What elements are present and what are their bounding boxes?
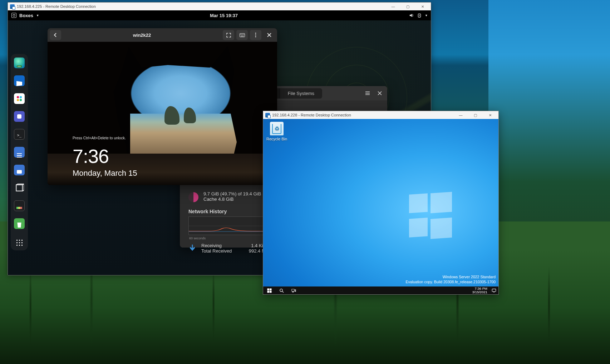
lock-date: Monday, March 15 <box>73 169 137 178</box>
close-button[interactable] <box>264 30 275 40</box>
chevron-down-icon[interactable]: ▾ <box>425 14 427 17</box>
total-received-label: Total Received <box>201 248 232 254</box>
svg-point-5 <box>241 34 242 35</box>
svg-rect-19 <box>292 291 294 292</box>
svg-rect-20 <box>492 289 496 291</box>
system-tray[interactable]: 7:36 PM 3/15/2021 <box>471 287 498 294</box>
dock-outlook[interactable] <box>14 75 25 86</box>
dock-trash[interactable] <box>14 218 25 229</box>
start-button[interactable] <box>263 286 275 294</box>
svg-rect-18 <box>295 291 295 291</box>
memory-cache-text: Cache 4.8 GiB <box>203 196 261 202</box>
boxes-app-icon <box>11 13 16 18</box>
back-button[interactable] <box>50 30 61 40</box>
dock-slack[interactable] <box>14 93 25 104</box>
svg-rect-3 <box>241 36 244 36</box>
kebab-menu-button[interactable] <box>250 30 261 40</box>
lockscreen-rocks <box>144 102 213 122</box>
svg-point-9 <box>255 35 256 36</box>
dock-teams[interactable] <box>14 111 25 122</box>
lock-hint: Press Ctrl+Alt+Delete to unlock. <box>73 136 137 140</box>
svg-rect-13 <box>267 291 269 293</box>
chevron-down-icon: ▾ <box>37 14 39 17</box>
search-button[interactable] <box>275 286 287 294</box>
recycle-bin-label: Recycle Bin <box>266 137 287 141</box>
dock-terminal[interactable] <box>14 129 25 140</box>
svg-rect-12 <box>270 288 271 290</box>
gnome-top-bar[interactable]: Boxes ▾ Mar 15 19:37 ▾ <box>8 10 431 20</box>
close-button[interactable]: ✕ <box>484 111 496 119</box>
rdp-window-228[interactable]: 192.168.4.228 - Remote Desktop Connectio… <box>263 111 499 295</box>
xaxis-60s: 60 seconds <box>189 236 206 240</box>
dock-todo[interactable] <box>14 147 25 158</box>
dock-system-monitor[interactable] <box>14 200 25 211</box>
memory-pie-icon <box>188 192 198 202</box>
vm-lock-screen[interactable]: Press Ctrl+Alt+Delete to unlock. 7:36 Mo… <box>48 42 277 185</box>
close-button[interactable] <box>374 88 386 99</box>
close-button[interactable]: ✕ <box>416 3 429 10</box>
svg-point-7 <box>243 34 244 35</box>
recycle-bin-icon <box>270 122 284 135</box>
dock-show-apps[interactable] <box>14 236 25 247</box>
memory-usage-text: 9.7 GiB (49.7%) of 19.4 GiB <box>203 191 261 196</box>
svg-rect-17 <box>295 290 295 290</box>
windows-taskbar[interactable]: 7:36 PM 3/15/2021 <box>263 286 498 294</box>
rdp-icon <box>10 4 15 9</box>
svg-rect-16 <box>291 289 294 291</box>
maximize-button[interactable]: ▢ <box>469 111 482 119</box>
gnome-dock <box>11 54 28 250</box>
recycle-bin[interactable]: Recycle Bin <box>266 122 287 141</box>
volume-icon[interactable] <box>409 13 414 18</box>
windows-server-desktop[interactable]: Recycle Bin Windows Server 2022 Standard… <box>263 119 498 286</box>
lockscreen-cave <box>126 42 231 68</box>
tab-file-systems[interactable]: File Systems <box>280 88 322 99</box>
gnome-app-menu-label[interactable]: Boxes <box>19 13 33 18</box>
svg-point-15 <box>280 289 282 291</box>
svg-point-10 <box>255 36 256 38</box>
boxes-vm-window[interactable]: win2k22 <box>48 28 277 185</box>
fullscreen-button[interactable] <box>223 30 234 40</box>
watermark-build: Evaluation copy. Build 20308.fe_release.… <box>406 279 496 284</box>
task-view-button[interactable] <box>287 286 300 294</box>
maximize-button[interactable]: ▢ <box>402 3 414 10</box>
rdp-225-titlebar[interactable]: 192.168.4.225 - Remote Desktop Connectio… <box>8 3 431 10</box>
rdp-228-title-text: 192.168.4.228 - Remote Desktop Connectio… <box>272 113 351 117</box>
watermark-edition: Windows Server 2022 Standard <box>406 274 496 279</box>
taskbar-clock[interactable]: 7:36 PM 3/15/2021 <box>471 287 489 294</box>
dock-screenshot[interactable] <box>14 165 25 175</box>
gnome-clock[interactable]: Mar 15 19:37 <box>210 13 238 18</box>
svg-rect-11 <box>267 288 269 290</box>
notifications-icon[interactable] <box>492 288 496 293</box>
dock-boxes[interactable] <box>14 183 25 193</box>
minimize-button[interactable]: — <box>387 3 399 10</box>
rdp-icon <box>265 113 270 118</box>
svg-point-4 <box>240 34 241 35</box>
svg-rect-14 <box>270 291 271 293</box>
windows-watermark: Windows Server 2022 Standard Evaluation … <box>406 274 496 284</box>
svg-point-8 <box>255 33 256 34</box>
send-keys-button[interactable] <box>236 30 248 40</box>
svg-rect-2 <box>240 33 245 37</box>
windows-logo <box>409 194 452 237</box>
power-icon[interactable] <box>417 13 422 18</box>
dock-edge-dev[interactable] <box>14 58 25 68</box>
minimize-button[interactable]: — <box>454 111 467 119</box>
rdp-228-titlebar[interactable]: 192.168.4.228 - Remote Desktop Connectio… <box>263 111 498 119</box>
download-arrow-icon <box>188 244 196 252</box>
taskbar-date: 3/15/2021 <box>472 290 487 294</box>
lock-time: 7:36 <box>73 146 137 166</box>
svg-rect-1 <box>16 185 22 191</box>
svg-point-6 <box>242 34 243 35</box>
receiving-label: Receiving <box>201 243 232 248</box>
lock-screen-text: Press Ctrl+Alt+Delete to unlock. 7:36 Mo… <box>73 136 137 178</box>
boxes-vm-title: win2k22 <box>63 33 221 38</box>
hamburger-menu-button[interactable] <box>361 88 374 99</box>
boxes-header[interactable]: win2k22 <box>48 28 277 42</box>
rdp-225-title-text: 192.168.4.225 - Remote Desktop Connectio… <box>17 4 96 9</box>
